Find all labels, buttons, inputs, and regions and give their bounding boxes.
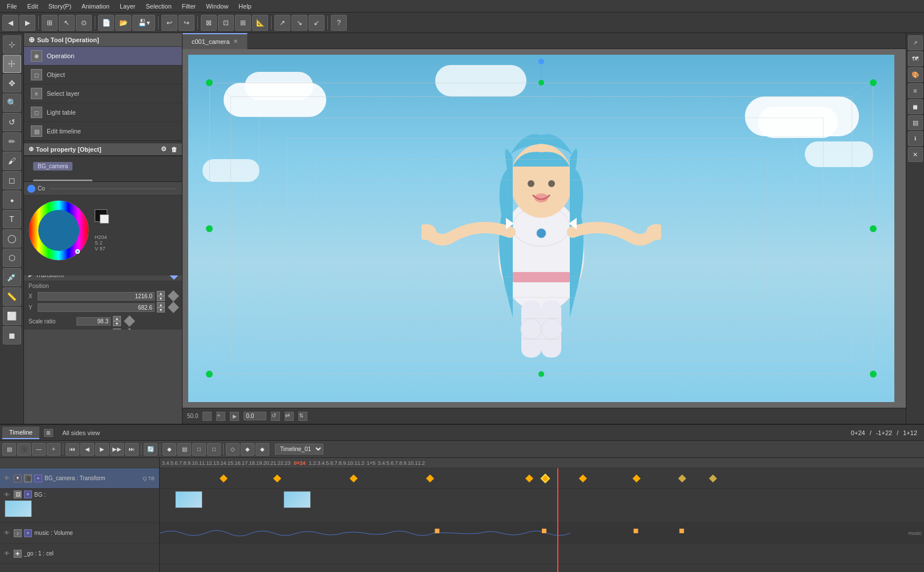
right-btn-layer[interactable]: ≡ [908,83,923,98]
kf-6[interactable] [579,474,587,482]
tl-add-icon[interactable]: + [34,474,42,482]
pos-y-up[interactable]: ▲ [157,302,165,307]
menu-file[interactable]: File [2,2,22,11]
kf-current[interactable] [541,473,550,483]
right-btn-navigator[interactable]: 🗺 [908,51,923,66]
tl-btn-track1[interactable]: □ [192,443,206,456]
zoom-in-btn[interactable]: + [216,412,225,421]
right-btn-info[interactable]: ℹ [908,131,923,146]
tool-zoom[interactable]: 🔍 [3,94,21,112]
tl-btn-start[interactable]: ⏮ [66,443,79,456]
rotate-reset-btn[interactable]: ↺ [271,412,280,421]
tl-btn-play[interactable]: ▶ [95,443,109,456]
tl-layer-go[interactable]: 👁 ✚ _go : 1 : cel [0,543,159,564]
tool-frame[interactable]: ⬜ [3,307,21,325]
tl-btn-new[interactable]: ▤ [2,443,16,456]
scale-input[interactable] [76,317,111,326]
scale-up[interactable]: ▲ [113,316,121,321]
tl-btn-diamond1[interactable]: ◇ [226,443,240,456]
pos-y-down[interactable]: ▼ [157,307,165,313]
pos-x-diamond[interactable] [168,290,179,302]
scale-stepper[interactable]: ▲ ▼ [113,316,121,326]
menu-window[interactable]: Window [201,2,233,11]
menu-story[interactable]: Story(P) [44,2,76,11]
menu-layer[interactable]: Layer [115,2,140,11]
rotation-input[interactable] [76,330,111,330]
toolbar-save-dropdown[interactable]: 💾▾ [132,15,155,31]
menu-filter[interactable]: Filter [177,2,200,11]
toolbar-undo[interactable]: ↩ [161,15,177,31]
toolbar-ruler[interactable]: 📐 [252,15,268,31]
tl-btn-end[interactable]: ⏭ [125,443,139,456]
handle-mid-left[interactable] [206,225,213,232]
tl-music-add-icon[interactable]: + [24,529,32,537]
rotation-diamond[interactable] [124,328,135,330]
kf-9[interactable] [709,474,717,482]
tool-ruler-tool[interactable]: 📏 [3,287,21,306]
pos-x-input[interactable] [38,292,155,301]
tool-brush[interactable]: 🖌 [3,152,21,170]
playhead[interactable] [557,468,558,572]
tl-expand-bg-camera[interactable]: ▼ [14,474,22,482]
pos-x-up[interactable]: ▲ [157,291,165,296]
rotation-stepper[interactable]: ▲ ▼ [113,328,121,330]
toolbar-nav-forward[interactable]: ▶ [19,15,35,31]
tl-eye-music[interactable]: 👁 [2,529,11,538]
track-music[interactable]: music [160,523,924,543]
tool-eraser[interactable]: ◻ [3,171,21,189]
kf-1[interactable] [220,474,228,482]
timeline-name-select[interactable]: Timeline_01 [275,444,323,455]
kf-4[interactable] [426,474,434,482]
subtool-select-layer[interactable]: ≡ Select layer [24,84,182,103]
tool-text[interactable]: T [3,210,21,228]
tool-rotate[interactable]: ↺ [3,113,21,131]
tl-layer-bg[interactable]: 👁 🖼 + BG : [0,489,159,523]
subtool-light-table[interactable]: ◻ Light table [24,103,182,122]
timeline-tab[interactable]: Timeline [2,427,39,439]
tool-shape[interactable]: ◯ [3,229,21,248]
pos-x-down[interactable]: ▼ [157,296,165,301]
menu-animation[interactable]: Animation [77,2,114,11]
toolbar-grid[interactable]: ⊞ [42,15,58,31]
pos-x-stepper[interactable]: ▲ ▼ [157,291,165,301]
handle-mid-right[interactable] [870,225,877,232]
menu-edit[interactable]: Edit [23,2,43,11]
rotation-up[interactable]: ▲ [113,328,121,330]
tool-gradient[interactable]: ⬡ [3,249,21,267]
pos-y-input[interactable] [38,303,155,312]
kf-2[interactable] [273,474,281,482]
tool-fill[interactable]: ⬥ [3,190,21,209]
right-btn-sub[interactable]: ▤ [908,115,923,130]
menu-help[interactable]: Help [234,2,256,11]
frame-input[interactable] [244,412,266,420]
tl-btn-diamond2[interactable]: ◆ [241,443,254,456]
toolbar-warp[interactable]: ⊡ [218,15,234,31]
toolbar-arrow1[interactable]: ↗ [274,15,290,31]
tl-eye-bg-camera[interactable]: 👁 [2,474,11,483]
tool-selection[interactable]: ⊹ [3,35,21,54]
toolbar-lasso[interactable]: ⊙ [76,15,92,31]
all-sides-tab[interactable]: All sides view [55,427,107,439]
track-bg[interactable] [160,489,924,523]
handle-top-left[interactable] [206,79,213,86]
tl-layer-bg-camera[interactable]: 👁 ▼ 🎥 + BG_camera : Transform Q TB [0,468,159,489]
tool-pen[interactable]: ✏ [3,132,21,151]
tool-property-settings-icon[interactable]: ⚙ [161,145,167,153]
toolbar-nav-back[interactable]: ◀ [2,15,18,31]
tl-btn-minus[interactable]: — [32,443,46,456]
scale-diamond[interactable] [124,315,135,327]
kf-5[interactable] [525,474,533,482]
tl-bg-add-icon[interactable]: + [24,490,32,498]
kf-8[interactable] [678,474,686,482]
toolbar-cursor[interactable]: ↖ [59,15,75,31]
tl-eye-go[interactable]: 👁 [2,549,11,558]
toolbar-crop[interactable]: ⊞ [235,15,251,31]
menu-selection[interactable]: Selection [141,2,176,11]
handle-top-right[interactable] [870,79,877,86]
tl-btn-camera[interactable]: 🎥 [17,443,31,456]
toolbar-arrow2[interactable]: ↘ [291,15,307,31]
subtool-object[interactable]: ◻ Object [24,66,182,84]
mirror-btn[interactable]: ⇅ [298,412,307,421]
tl-btn-prev-frame[interactable]: ◀ [80,443,94,456]
tool-property-trash-icon[interactable]: 🗑 [171,146,177,153]
